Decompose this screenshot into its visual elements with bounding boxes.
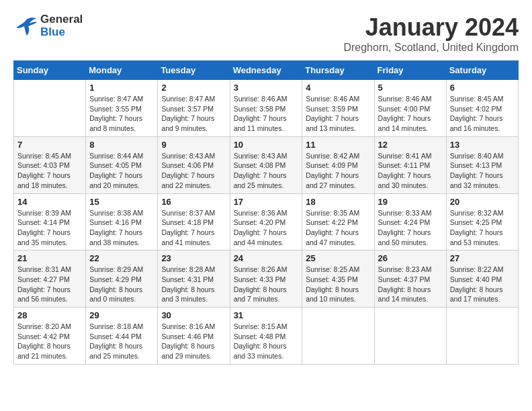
calendar-week-row: 14Sunrise: 8:39 AM Sunset: 4:14 PM Dayli… <box>14 193 519 250</box>
day-info: Sunrise: 8:46 AM Sunset: 3:59 PM Dayligh… <box>306 94 370 134</box>
day-number: 9 <box>161 140 226 150</box>
calendar-cell: 21Sunrise: 8:31 AM Sunset: 4:27 PM Dayli… <box>14 250 86 308</box>
day-number: 8 <box>89 140 154 150</box>
calendar-cell: 13Sunrise: 8:40 AM Sunset: 4:13 PM Dayli… <box>446 136 518 193</box>
logo: General Blue <box>13 13 83 38</box>
calendar-cell: 18Sunrise: 8:35 AM Sunset: 4:22 PM Dayli… <box>302 193 374 250</box>
calendar-cell: 1Sunrise: 8:47 AM Sunset: 3:55 PM Daylig… <box>86 80 158 137</box>
logo-general-text: General <box>40 13 83 26</box>
logo-text: General Blue <box>40 13 83 38</box>
day-info: Sunrise: 8:15 AM Sunset: 4:48 PM Dayligh… <box>234 322 299 361</box>
calendar-cell: 24Sunrise: 8:26 AM Sunset: 4:33 PM Dayli… <box>230 250 302 308</box>
day-number: 17 <box>234 197 299 207</box>
day-number: 13 <box>450 140 515 150</box>
day-header-tuesday: Tuesday <box>158 61 230 80</box>
calendar-cell: 6Sunrise: 8:45 AM Sunset: 4:02 PM Daylig… <box>446 80 518 137</box>
logo-blue-text: Blue <box>40 26 83 39</box>
day-number: 6 <box>450 83 515 93</box>
day-header-wednesday: Wednesday <box>230 61 302 80</box>
day-number: 2 <box>161 83 226 93</box>
calendar-cell: 22Sunrise: 8:29 AM Sunset: 4:29 PM Dayli… <box>86 250 158 308</box>
day-info: Sunrise: 8:38 AM Sunset: 4:16 PM Dayligh… <box>89 208 154 248</box>
calendar-cell: 8Sunrise: 8:44 AM Sunset: 4:05 PM Daylig… <box>86 136 158 193</box>
day-info: Sunrise: 8:22 AM Sunset: 4:40 PM Dayligh… <box>450 265 515 304</box>
day-info: Sunrise: 8:43 AM Sunset: 4:06 PM Dayligh… <box>161 151 226 191</box>
day-number: 19 <box>378 197 443 207</box>
calendar-cell: 2Sunrise: 8:47 AM Sunset: 3:57 PM Daylig… <box>158 80 230 137</box>
calendar-cell: 31Sunrise: 8:15 AM Sunset: 4:48 PM Dayli… <box>230 308 302 365</box>
day-number: 1 <box>89 83 154 93</box>
calendar-cell: 15Sunrise: 8:38 AM Sunset: 4:16 PM Dayli… <box>86 193 158 250</box>
calendar-cell: 28Sunrise: 8:20 AM Sunset: 4:42 PM Dayli… <box>14 308 86 365</box>
day-header-friday: Friday <box>374 61 446 80</box>
day-number: 20 <box>450 197 515 207</box>
day-info: Sunrise: 8:39 AM Sunset: 4:14 PM Dayligh… <box>17 208 82 248</box>
calendar-cell <box>374 308 446 365</box>
day-info: Sunrise: 8:37 AM Sunset: 4:18 PM Dayligh… <box>161 208 226 248</box>
calendar-cell: 29Sunrise: 8:18 AM Sunset: 4:44 PM Dayli… <box>86 308 158 365</box>
day-number: 16 <box>161 197 226 207</box>
day-info: Sunrise: 8:28 AM Sunset: 4:31 PM Dayligh… <box>161 265 226 304</box>
day-info: Sunrise: 8:18 AM Sunset: 4:44 PM Dayligh… <box>89 322 154 361</box>
day-number: 24 <box>234 253 299 263</box>
calendar-cell: 23Sunrise: 8:28 AM Sunset: 4:31 PM Dayli… <box>158 250 230 308</box>
calendar-cell <box>14 80 86 137</box>
day-number: 28 <box>17 310 82 320</box>
day-info: Sunrise: 8:45 AM Sunset: 4:03 PM Dayligh… <box>17 151 82 191</box>
day-info: Sunrise: 8:35 AM Sunset: 4:22 PM Dayligh… <box>306 208 370 248</box>
calendar-cell: 9Sunrise: 8:43 AM Sunset: 4:06 PM Daylig… <box>158 136 230 193</box>
day-info: Sunrise: 8:44 AM Sunset: 4:05 PM Dayligh… <box>89 151 154 191</box>
day-number: 31 <box>234 310 299 320</box>
day-info: Sunrise: 8:42 AM Sunset: 4:09 PM Dayligh… <box>306 151 370 191</box>
calendar-cell: 16Sunrise: 8:37 AM Sunset: 4:18 PM Dayli… <box>158 193 230 250</box>
day-info: Sunrise: 8:46 AM Sunset: 3:58 PM Dayligh… <box>234 94 299 134</box>
logo-bird-icon <box>13 14 38 38</box>
day-info: Sunrise: 8:46 AM Sunset: 4:00 PM Dayligh… <box>378 94 443 134</box>
calendar-cell: 26Sunrise: 8:23 AM Sunset: 4:37 PM Dayli… <box>374 250 446 308</box>
calendar-week-row: 7Sunrise: 8:45 AM Sunset: 4:03 PM Daylig… <box>14 136 519 193</box>
day-number: 29 <box>89 310 154 320</box>
day-info: Sunrise: 8:47 AM Sunset: 3:55 PM Dayligh… <box>89 94 154 134</box>
day-number: 7 <box>17 140 82 150</box>
day-number: 14 <box>17 197 82 207</box>
calendar-header-row: SundayMondayTuesdayWednesdayThursdayFrid… <box>14 61 519 80</box>
calendar-cell <box>302 308 374 365</box>
day-number: 22 <box>89 253 154 263</box>
calendar-cell: 20Sunrise: 8:32 AM Sunset: 4:25 PM Dayli… <box>446 193 518 250</box>
calendar-cell: 12Sunrise: 8:41 AM Sunset: 4:11 PM Dayli… <box>374 136 446 193</box>
day-number: 4 <box>306 83 370 93</box>
title-area: January 2024 Dreghorn, Scotland, United … <box>343 13 519 54</box>
calendar-week-row: 28Sunrise: 8:20 AM Sunset: 4:42 PM Dayli… <box>14 308 519 365</box>
day-header-sunday: Sunday <box>14 61 86 80</box>
day-number: 11 <box>306 140 370 150</box>
location-subtitle: Dreghorn, Scotland, United Kingdom <box>343 42 519 54</box>
calendar-cell: 17Sunrise: 8:36 AM Sunset: 4:20 PM Dayli… <box>230 193 302 250</box>
day-number: 23 <box>161 253 226 263</box>
day-info: Sunrise: 8:33 AM Sunset: 4:24 PM Dayligh… <box>378 208 443 248</box>
day-info: Sunrise: 8:32 AM Sunset: 4:25 PM Dayligh… <box>450 208 515 248</box>
day-number: 25 <box>306 253 370 263</box>
calendar-cell: 30Sunrise: 8:16 AM Sunset: 4:46 PM Dayli… <box>158 308 230 365</box>
day-number: 21 <box>17 253 82 263</box>
calendar-cell <box>446 308 518 365</box>
calendar-week-row: 1Sunrise: 8:47 AM Sunset: 3:55 PM Daylig… <box>14 80 519 137</box>
calendar-week-row: 21Sunrise: 8:31 AM Sunset: 4:27 PM Dayli… <box>14 250 519 308</box>
day-info: Sunrise: 8:16 AM Sunset: 4:46 PM Dayligh… <box>161 322 226 361</box>
day-info: Sunrise: 8:47 AM Sunset: 3:57 PM Dayligh… <box>161 94 226 134</box>
calendar-cell: 11Sunrise: 8:42 AM Sunset: 4:09 PM Dayli… <box>302 136 374 193</box>
day-header-saturday: Saturday <box>446 61 518 80</box>
day-number: 27 <box>450 253 515 263</box>
day-info: Sunrise: 8:26 AM Sunset: 4:33 PM Dayligh… <box>234 265 299 304</box>
day-info: Sunrise: 8:25 AM Sunset: 4:35 PM Dayligh… <box>306 265 370 304</box>
day-number: 3 <box>234 83 299 93</box>
day-info: Sunrise: 8:29 AM Sunset: 4:29 PM Dayligh… <box>89 265 154 304</box>
calendar-table: SundayMondayTuesdayWednesdayThursdayFrid… <box>13 60 519 365</box>
calendar-cell: 5Sunrise: 8:46 AM Sunset: 4:00 PM Daylig… <box>374 80 446 137</box>
calendar-cell: 25Sunrise: 8:25 AM Sunset: 4:35 PM Dayli… <box>302 250 374 308</box>
calendar-cell: 10Sunrise: 8:43 AM Sunset: 4:08 PM Dayli… <box>230 136 302 193</box>
calendar-cell: 7Sunrise: 8:45 AM Sunset: 4:03 PM Daylig… <box>14 136 86 193</box>
day-info: Sunrise: 8:43 AM Sunset: 4:08 PM Dayligh… <box>234 151 299 191</box>
day-info: Sunrise: 8:36 AM Sunset: 4:20 PM Dayligh… <box>234 208 299 248</box>
calendar-cell: 3Sunrise: 8:46 AM Sunset: 3:58 PM Daylig… <box>230 80 302 137</box>
day-info: Sunrise: 8:41 AM Sunset: 4:11 PM Dayligh… <box>378 151 443 191</box>
